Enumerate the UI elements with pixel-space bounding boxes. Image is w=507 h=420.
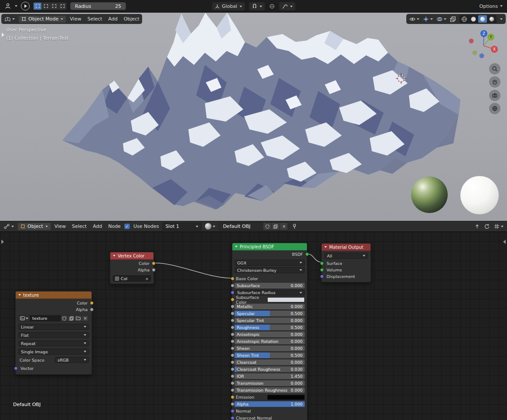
roughness-slider[interactable]: Roughness0.500 xyxy=(235,325,305,330)
open-file-button[interactable] xyxy=(75,315,82,322)
unlink-image-button[interactable]: × xyxy=(82,315,89,322)
link-bsdf-surface[interactable] xyxy=(307,254,321,262)
collapse-icon[interactable] xyxy=(113,255,116,257)
vertex-color-layer-field[interactable]: Col × xyxy=(113,275,151,281)
menu-object[interactable]: Object xyxy=(124,16,140,22)
link-vertexcolor-basecolor[interactable] xyxy=(154,263,232,278)
shading-material-button[interactable] xyxy=(478,15,487,23)
select-mode-intersect[interactable] xyxy=(58,3,66,10)
subsurface-radius-input-socket[interactable] xyxy=(231,291,235,295)
panel-expand-arrow-right[interactable] xyxy=(503,240,506,244)
gizmos-dropdown[interactable] xyxy=(423,16,429,22)
navigation-gizmo[interactable]: Z Y X xyxy=(466,27,502,64)
displacement-input-socket[interactable] xyxy=(320,274,324,278)
material-output-node[interactable]: Material Output All SurfaceVolumeDisplac… xyxy=(321,243,371,282)
falloff-dropdown[interactable] xyxy=(279,2,295,10)
sheen-tint-slider[interactable]: Sheen Tint0.500 xyxy=(235,352,305,358)
collapse-icon[interactable] xyxy=(324,246,327,248)
surface-input-socket[interactable] xyxy=(320,261,324,265)
3d-cursor[interactable] xyxy=(396,73,406,84)
editor-type-button[interactable] xyxy=(3,223,10,230)
color-output-socket[interactable] xyxy=(152,261,156,265)
chevron-down-icon[interactable] xyxy=(213,226,215,227)
transmission-roughness-input-socket[interactable] xyxy=(231,388,235,392)
ior-slider[interactable]: IOR1.450 xyxy=(235,373,305,379)
chevron-down-icon[interactable] xyxy=(444,18,446,20)
anisotropic-slider[interactable]: Anisotropic0.000 xyxy=(235,332,305,337)
snapping-dropdown[interactable] xyxy=(494,224,500,229)
vertex-color-node[interactable]: Vertex Color ColorAlpha Col × xyxy=(110,252,154,284)
snap-dropdown[interactable] xyxy=(249,2,265,10)
anisotropic-input-socket[interactable] xyxy=(231,332,235,336)
alpha-input-socket[interactable] xyxy=(231,402,235,406)
chevron-down-icon[interactable] xyxy=(12,18,15,20)
specular-tint-input-socket[interactable] xyxy=(231,318,235,322)
sheen-slider[interactable]: Sheen0.000 xyxy=(235,345,305,351)
sphere-object-white[interactable] xyxy=(460,176,499,214)
orthographic-toggle-button[interactable] xyxy=(489,103,500,114)
chevron-down-icon[interactable] xyxy=(15,5,17,7)
roughness-input-socket[interactable] xyxy=(231,325,235,329)
clearcoat-normal-input-socket[interactable] xyxy=(231,416,235,420)
sphere-object-reflective[interactable] xyxy=(411,176,448,213)
chevron-down-icon[interactable] xyxy=(417,18,419,20)
texture-single-image-select[interactable]: Single Image xyxy=(18,349,89,355)
shader-node-editor[interactable]: texture ColorAlpha texture xyxy=(0,232,507,420)
select-mode-extend[interactable] xyxy=(42,3,50,10)
browse-material-button[interactable] xyxy=(205,223,211,230)
volume-input-socket[interactable] xyxy=(320,268,324,272)
shading-rendered-button[interactable] xyxy=(487,15,496,23)
axis-neg-z-ball[interactable] xyxy=(480,54,484,58)
copy-image-button[interactable] xyxy=(68,315,75,322)
emission-color-swatch[interactable] xyxy=(267,395,305,400)
mode-dropdown[interactable]: Object Mode xyxy=(18,15,66,23)
menu-select[interactable]: Select xyxy=(87,16,102,22)
texture-node[interactable]: texture ColorAlpha texture xyxy=(15,291,92,375)
distribution-select[interactable]: GGX xyxy=(235,260,305,266)
clear-layer-button[interactable]: × xyxy=(145,276,149,281)
chevron-down-icon[interactable] xyxy=(501,226,504,227)
subsurface-slider[interactable]: Subsurface0.000 xyxy=(235,283,305,288)
fake-user-shield-button[interactable] xyxy=(263,222,271,230)
toolbar-expand-arrow[interactable] xyxy=(2,33,4,37)
shading-wireframe-button[interactable] xyxy=(460,15,469,23)
transmission-slider[interactable]: Transmission0.000 xyxy=(235,380,305,386)
3d-viewport[interactable]: User Perspective (1) Collection | Terrai… xyxy=(0,13,507,221)
specular-input-socket[interactable] xyxy=(231,312,235,315)
axis-neg-y-ball[interactable] xyxy=(473,51,477,55)
principled-bsdf-node[interactable]: Principled BSDF BSDF GGX Christensen-Bur… xyxy=(232,243,307,420)
active-tool-button[interactable] xyxy=(21,2,30,10)
sheen-tint-input-socket[interactable] xyxy=(231,353,235,357)
clearcoat-slider[interactable]: Clearcoat0.000 xyxy=(235,359,305,365)
anisotropic-rotation-slider[interactable]: Anisotropic Rotation0.000 xyxy=(235,339,305,344)
metallic-slider[interactable]: Metallic0.000 xyxy=(235,304,305,309)
alpha-output-socket[interactable] xyxy=(90,308,94,312)
texture-linear-select[interactable]: Linear xyxy=(18,324,89,330)
options-dropdown[interactable]: Options xyxy=(480,3,498,9)
transform-orientation-dropdown[interactable]: Global xyxy=(212,2,245,10)
cycle-arrows-icon[interactable] xyxy=(484,224,490,230)
base-color-input-socket[interactable] xyxy=(231,277,235,281)
alpha-slider[interactable]: Alpha1.000 xyxy=(235,401,305,407)
anisotropic-rotation-input-socket[interactable] xyxy=(231,339,235,343)
texture-repeat-select[interactable]: Repeat xyxy=(18,340,89,346)
specular-slider[interactable]: Specular0.500 xyxy=(235,311,305,316)
subsurface-color-color-swatch[interactable] xyxy=(267,297,305,302)
subsurface-input-socket[interactable] xyxy=(231,284,235,288)
xray-toggle[interactable] xyxy=(450,16,456,22)
menu-view[interactable]: View xyxy=(54,224,66,229)
subsurface-method-select[interactable]: Christensen-Burley xyxy=(235,267,305,273)
color-space-select[interactable]: sRGB xyxy=(55,357,89,363)
alpha-output-socket[interactable] xyxy=(152,268,156,272)
normal-input-socket[interactable] xyxy=(231,409,235,413)
editor-type-button[interactable] xyxy=(4,16,11,22)
transmission-input-socket[interactable] xyxy=(231,381,235,385)
collapse-icon[interactable] xyxy=(18,294,21,296)
new-material-button[interactable] xyxy=(271,222,279,230)
menu-add[interactable]: Add xyxy=(108,16,117,22)
clearcoat-roughness-input-socket[interactable] xyxy=(231,367,235,371)
clearcoat-roughness-slider[interactable]: Clearcoat Roughness0.030 xyxy=(235,366,305,372)
vector-input-socket[interactable] xyxy=(14,366,18,370)
menu-node[interactable]: Node xyxy=(108,224,121,229)
pan-hand-button[interactable] xyxy=(489,76,500,88)
